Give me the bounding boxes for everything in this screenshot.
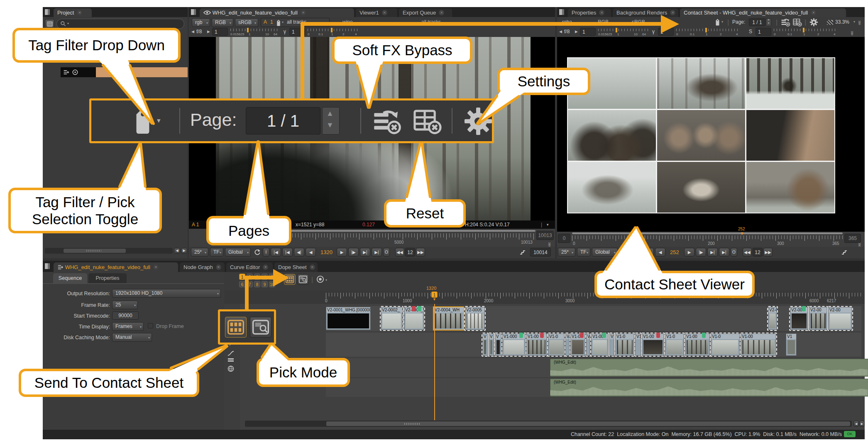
panel-corner-icon[interactable] bbox=[191, 8, 196, 16]
loop-icon[interactable] bbox=[254, 249, 261, 255]
timeline-clip[interactable]: V2-0001_WHG.[000000 bbox=[326, 307, 371, 330]
step-field[interactable]: 12 bbox=[753, 248, 763, 257]
timeline-ruler[interactable]: 0 1000 2000 3000 6000 6217 1320 1 ▼ bbox=[224, 291, 865, 304]
soft-fx-bypass-icon[interactable] bbox=[372, 109, 403, 135]
subtab-sequence[interactable]: Sequence bbox=[53, 273, 87, 283]
timeline-clip[interactable]: V2-0005 bbox=[465, 307, 485, 330]
timeline-clip[interactable]: V1-000 bbox=[502, 333, 526, 356]
contact-thumb-8[interactable] bbox=[657, 162, 745, 213]
visibility-icon[interactable] bbox=[72, 69, 78, 75]
contact-sheet-viewer-area[interactable] bbox=[557, 37, 865, 232]
close-icon[interactable]: × bbox=[310, 264, 315, 270]
project-view-toggle-button[interactable] bbox=[45, 19, 54, 29]
range-in-field[interactable]: 0 bbox=[558, 234, 570, 243]
gain-next-arrow[interactable]: ▶ bbox=[575, 29, 578, 34]
next-frame-button[interactable]: |▶ bbox=[348, 248, 359, 257]
collapse-chevron-icon[interactable]: »» bbox=[547, 242, 553, 246]
gain-slider[interactable]: 0.015625 1 10 64 bbox=[230, 28, 279, 36]
tab-contact-sheet[interactable]: Contact Sheet - WHG_edit_nuke_feature_vi… bbox=[680, 8, 846, 17]
viewer-layer-dropdown[interactable]: RGB▾ bbox=[212, 18, 233, 27]
tag-pin-9[interactable]: 9 bbox=[262, 281, 268, 287]
info-caret[interactable]: ▾ bbox=[547, 223, 549, 227]
zoom-caret[interactable]: ▾ bbox=[853, 20, 855, 24]
collapse-chevron-icon[interactable]: »» bbox=[857, 20, 863, 24]
timeline-clip[interactable]: V2-00 bbox=[809, 307, 827, 330]
audio-clip-2[interactable]: (WHG_Edit) bbox=[550, 379, 868, 397]
playhead-pin[interactable]: 1 bbox=[431, 291, 438, 298]
timeline-clip[interactable]: V1 bbox=[635, 333, 641, 356]
gain-prev-arrow[interactable]: ◀ bbox=[191, 29, 194, 34]
page-field[interactable]: 1 / 1 bbox=[246, 107, 320, 135]
step-field[interactable]: 12 bbox=[405, 248, 415, 257]
tab-export-queue[interactable]: Export Queue× bbox=[399, 8, 452, 17]
play-forward-button[interactable]: ▶ bbox=[337, 248, 347, 257]
contact-thumb-9[interactable] bbox=[746, 162, 834, 213]
gain-value-input[interactable]: 1 bbox=[212, 28, 228, 36]
tag-filter-icon[interactable] bbox=[715, 19, 720, 26]
pick-mode-button[interactable] bbox=[297, 274, 309, 285]
tag-caret[interactable]: ▾ bbox=[157, 116, 161, 125]
playhead-line[interactable] bbox=[434, 304, 435, 420]
input-a-button[interactable]: A bbox=[264, 19, 267, 25]
timeline-clip[interactable]: V1-0 bbox=[711, 333, 740, 356]
viewer-channel-dropdown[interactable]: rgb▾ bbox=[192, 18, 210, 27]
timeline-clip[interactable]: V1-0 bbox=[615, 333, 634, 356]
tracks-icon[interactable] bbox=[227, 358, 234, 362]
close-icon[interactable]: × bbox=[439, 10, 444, 15]
settings-gear-icon[interactable] bbox=[809, 18, 818, 27]
skip-back-button[interactable]: ◀◀ bbox=[395, 248, 404, 257]
timeline-clip[interactable]: V bbox=[489, 333, 494, 356]
settings-gear-icon[interactable] bbox=[463, 106, 493, 136]
next-edit-button[interactable]: ▶| bbox=[707, 248, 718, 257]
prev-edit-button[interactable]: |◀ bbox=[632, 248, 642, 257]
prev-frame-button[interactable]: ◀| bbox=[294, 248, 304, 257]
timeline-clip[interactable]: V bbox=[495, 333, 501, 356]
fps-dropdown[interactable]: 25*▾ bbox=[558, 248, 575, 257]
skip-forward-button[interactable]: ▶▶ bbox=[416, 248, 425, 257]
timeline-clip[interactable]: V2-0 bbox=[768, 307, 777, 330]
page-field[interactable]: 1 / 1 bbox=[749, 18, 765, 26]
resolution-dropdown[interactable]: 1920x1080 HD_1080▾ bbox=[112, 289, 221, 298]
spinner-down-icon[interactable]: ▼ bbox=[326, 121, 334, 130]
gain-prev-arrow[interactable]: ◀ bbox=[559, 29, 562, 34]
reset-icon[interactable] bbox=[412, 109, 443, 135]
timeline-clip[interactable]: V1-0 bbox=[570, 333, 585, 356]
timeline-clip[interactable]: V bbox=[565, 333, 570, 356]
tag-filter-icon[interactable] bbox=[276, 20, 281, 26]
close-icon[interactable]: × bbox=[216, 264, 221, 270]
contact-thumb-5[interactable] bbox=[657, 110, 745, 161]
timeline-clip[interactable]: V1-00 bbox=[642, 333, 664, 356]
caching-dropdown[interactable]: Manual▾ bbox=[112, 333, 152, 342]
tab-viewer1[interactable]: Viewer1× bbox=[356, 8, 397, 17]
contact-thumb-2[interactable] bbox=[657, 58, 745, 109]
range-dropdown[interactable]: Global▾ bbox=[225, 248, 251, 257]
spinner-up-icon[interactable]: ▲ bbox=[767, 18, 770, 21]
pick-mode-button[interactable] bbox=[250, 317, 271, 338]
close-icon[interactable]: × bbox=[301, 10, 306, 15]
tf-dropdown[interactable]: TF▾ bbox=[210, 248, 223, 257]
timeline-clip[interactable]: V1-0 bbox=[665, 333, 684, 356]
timeline-clip[interactable]: V2-00 bbox=[790, 307, 808, 330]
soft-fx-bypass-icon[interactable] bbox=[781, 18, 790, 27]
skip-forward-button[interactable]: ▶▶ bbox=[763, 248, 773, 257]
timeline-clip-selected[interactable]: V2-0004_WH bbox=[433, 306, 464, 330]
timeline-clip[interactable]: V bbox=[609, 333, 614, 356]
current-frame[interactable]: 252 bbox=[670, 249, 679, 255]
send-to-contact-sheet-button[interactable] bbox=[225, 317, 247, 338]
panel-corner-icon[interactable] bbox=[44, 8, 50, 16]
contact-scrubber[interactable]: 0 0 200 300 365 252 ▼ 365 »» bbox=[557, 232, 865, 247]
gamma-label[interactable]: γ bbox=[652, 29, 655, 34]
tag-pin-8[interactable]: 8 bbox=[254, 281, 260, 287]
tab-project[interactable]: Project× bbox=[54, 8, 92, 17]
close-icon[interactable]: × bbox=[263, 264, 268, 270]
goto-end-button[interactable]: ▶| bbox=[372, 248, 382, 257]
prev-frame-button[interactable]: ◀| bbox=[643, 248, 654, 257]
gain-next-arrow[interactable]: ▶ bbox=[207, 29, 210, 34]
page-spinner[interactable]: ▲ ▼ bbox=[766, 18, 771, 26]
gamma-slider[interactable]: 0 0.1 1 2 4 bbox=[308, 28, 357, 36]
close-icon[interactable]: × bbox=[599, 10, 604, 15]
project-hscrollbar[interactable] bbox=[45, 248, 173, 254]
play-backward-button[interactable]: ◀ bbox=[655, 248, 665, 257]
timeline-clip[interactable]: V1-00 bbox=[685, 333, 710, 356]
tab-curve-editor[interactable]: Curve Editor× bbox=[226, 262, 273, 272]
